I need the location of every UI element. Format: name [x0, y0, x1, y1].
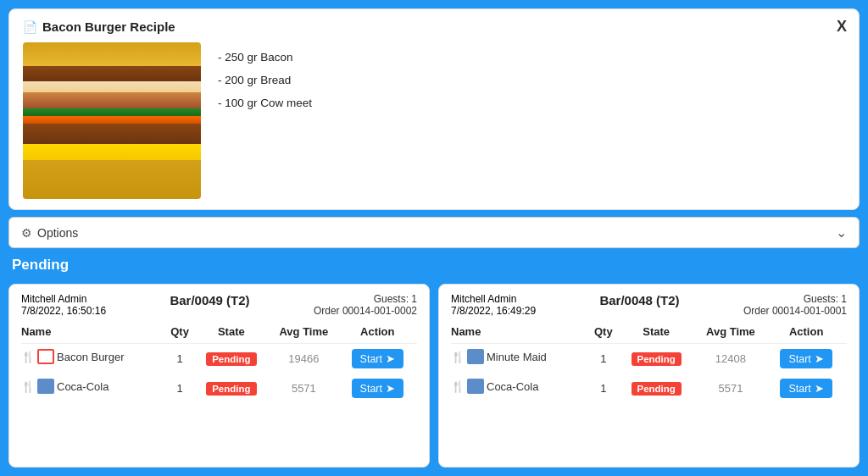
recipe-ingredients: - 250 gr Bacon- 200 gr Bread- 100 gr Cow…	[218, 42, 312, 199]
start-button[interactable]: Start ➤	[352, 349, 403, 368]
order-guests: Guests: 1	[743, 293, 847, 305]
item-action: Start ➤	[769, 374, 847, 403]
order-table-name: Bar/0049 (T2)	[170, 293, 249, 307]
order-header-1: Mitchell Admin7/8/2022, 16:49:29Bar/0048…	[451, 293, 847, 317]
doc-icon: 📄	[23, 20, 37, 34]
item-name: Minute Maid	[487, 351, 547, 363]
col-header-state: State	[620, 322, 696, 344]
options-label: Options	[37, 226, 78, 240]
item-qty: 1	[166, 344, 196, 374]
order-admin: Mitchell Admin	[21, 293, 106, 305]
item-avg-time: 5571	[696, 374, 770, 403]
item-img-placeholder	[467, 379, 484, 394]
col-header-qty: Qty	[590, 322, 620, 344]
table-row: 🍴Minute Maid1Pending12408Start ➤	[451, 344, 847, 374]
arrow-icon: ➤	[386, 352, 395, 365]
arrow-icon: ➤	[815, 382, 824, 395]
col-header-name: Name	[21, 322, 166, 344]
recipe-body: - 250 gr Bacon- 200 gr Bread- 100 gr Cow…	[23, 42, 845, 199]
state-badge: Pending	[632, 382, 682, 396]
order-admin: Mitchell Admin	[451, 293, 536, 305]
start-button[interactable]: Start ➤	[780, 379, 832, 398]
arrow-icon: ➤	[815, 352, 824, 365]
item-action: Start ➤	[342, 374, 417, 403]
recipe-title-text: Bacon Burger Reciple	[42, 19, 175, 34]
state-badge: Pending	[206, 352, 256, 366]
item-name: Coca-Cola	[57, 380, 108, 393]
item-name-cell: 🍴Bacon Burger	[21, 344, 166, 369]
item-qty: 1	[166, 374, 196, 403]
item-img-placeholder	[467, 349, 484, 364]
col-header-avg time: Avg Time	[270, 322, 341, 344]
start-button[interactable]: Start ➤	[780, 349, 832, 368]
item-name: Bacon Burger	[57, 351, 125, 363]
item-avg-time: 19466	[270, 344, 341, 374]
item-action: Start ➤	[769, 344, 847, 374]
order-card-1: Mitchell Admin7/8/2022, 16:49:29Bar/0048…	[438, 284, 860, 468]
item-action: Start ➤	[342, 344, 417, 374]
order-card-0: Mitchell Admin7/8/2022, 16:50:16Bar/0049…	[8, 284, 430, 468]
recipe-title: 📄 Bacon Burger Reciple	[23, 19, 845, 34]
recipe-card: 📄 Bacon Burger Reciple X - 250 gr Bacon-…	[8, 8, 860, 210]
item-state: Pending	[197, 374, 270, 403]
ingredient-item: - 250 gr Bacon	[218, 46, 312, 69]
col-header-action: Action	[769, 322, 847, 344]
item-selected-box	[37, 349, 54, 364]
fork-knife-icon: 🍴	[451, 380, 465, 393]
item-name-cell: 🍴Minute Maid	[451, 344, 590, 369]
fork-knife-icon: 🍴	[21, 380, 35, 393]
item-name-cell: 🍴Coca-Cola	[451, 374, 590, 399]
order-admin-info: Mitchell Admin7/8/2022, 16:49:29	[451, 293, 536, 317]
col-header-avg time: Avg Time	[696, 322, 770, 344]
state-badge: Pending	[632, 352, 682, 366]
order-number: Order 00014-001-0001	[743, 305, 847, 317]
order-admin-info: Mitchell Admin7/8/2022, 16:50:16	[21, 293, 106, 317]
item-state: Pending	[620, 374, 696, 403]
ingredient-item: - 200 gr Bread	[218, 69, 312, 91]
order-table-0: NameQtyStateAvg TimeAction🍴Bacon Burger1…	[21, 322, 417, 403]
col-header-name: Name	[451, 322, 590, 344]
col-header-qty: Qty	[166, 322, 196, 344]
fork-knife-icon: 🍴	[21, 351, 35, 363]
col-header-action: Action	[342, 322, 417, 344]
ingredient-item: - 100 gr Cow meet	[218, 91, 312, 114]
item-qty: 1	[590, 374, 620, 403]
orders-row: Mitchell Admin7/8/2022, 16:50:16Bar/0049…	[8, 284, 860, 468]
order-guests-info: Guests: 1Order 00014-001-0002	[314, 293, 417, 317]
item-state: Pending	[620, 344, 696, 374]
order-guests-info: Guests: 1Order 00014-001-0001	[743, 293, 847, 317]
options-icon: ⚙	[21, 226, 32, 240]
arrow-icon: ➤	[386, 382, 395, 395]
close-button[interactable]: X	[837, 18, 847, 36]
fork-knife-icon: 🍴	[451, 351, 465, 363]
options-left: ⚙ Options	[21, 226, 78, 240]
order-datetime: 7/8/2022, 16:49:29	[451, 305, 536, 317]
item-avg-time: 12408	[696, 344, 770, 374]
order-datetime: 7/8/2022, 16:50:16	[21, 305, 106, 317]
item-name-cell: 🍴Coca-Cola	[21, 374, 166, 399]
order-header-0: Mitchell Admin7/8/2022, 16:50:16Bar/0049…	[21, 293, 417, 317]
pending-section-label: Pending	[8, 255, 860, 277]
table-row: 🍴Coca-Cola1Pending5571Start ➤	[451, 374, 847, 403]
item-qty: 1	[590, 344, 620, 374]
table-row: 🍴Coca-Cola1Pending5571Start ➤	[21, 374, 417, 403]
item-state: Pending	[197, 344, 270, 374]
item-img-placeholder	[37, 379, 54, 394]
order-table-name: Bar/0048 (T2)	[599, 293, 679, 307]
order-number: Order 00014-001-0002	[314, 305, 417, 317]
item-name: Coca-Cola	[487, 380, 538, 393]
item-avg-time: 5571	[270, 374, 341, 403]
table-row: 🍴Bacon Burger1Pending19466Start ➤	[21, 344, 417, 374]
order-guests: Guests: 1	[314, 293, 417, 305]
order-table-1: NameQtyStateAvg TimeAction🍴Minute Maid1P…	[451, 322, 847, 403]
options-bar[interactable]: ⚙ Options ⌄	[8, 217, 860, 248]
state-badge: Pending	[206, 382, 256, 396]
chevron-down-icon: ⌄	[836, 224, 847, 241]
recipe-image	[23, 42, 201, 199]
start-button[interactable]: Start ➤	[352, 379, 403, 398]
col-header-state: State	[197, 322, 270, 344]
